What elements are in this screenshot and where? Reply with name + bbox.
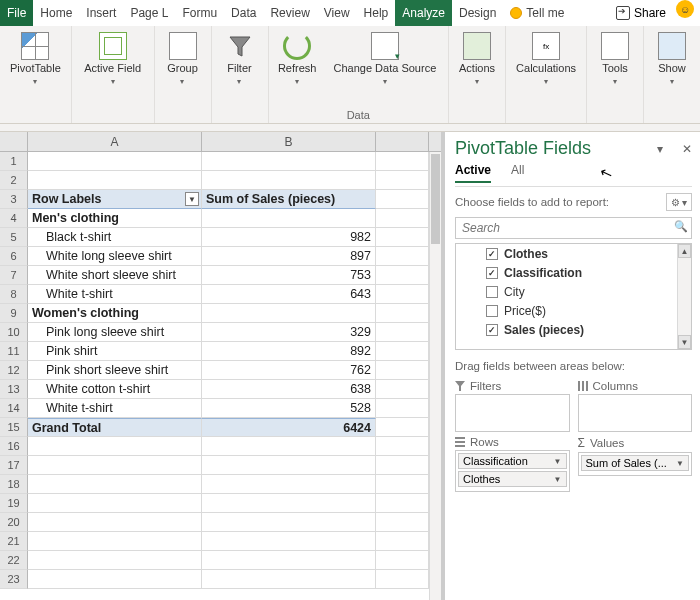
row-header[interactable]: 15	[0, 418, 28, 437]
cell[interactable]	[376, 380, 429, 399]
row-header[interactable]: 23	[0, 570, 28, 589]
table-row[interactable]: 6White long sleeve shirt897	[0, 247, 441, 266]
table-row[interactable]: 19	[0, 494, 441, 513]
cell[interactable]: Pink long sleeve shirt	[28, 323, 202, 342]
row-header[interactable]: 11	[0, 342, 28, 361]
cell[interactable]	[376, 494, 429, 513]
cell[interactable]	[376, 152, 429, 171]
row-header[interactable]: 19	[0, 494, 28, 513]
row-header[interactable]: 13	[0, 380, 28, 399]
row-header[interactable]: 3	[0, 190, 28, 209]
tab-view[interactable]: View	[317, 0, 357, 26]
table-row[interactable]: 8White t-shirt643	[0, 285, 441, 304]
cell[interactable]	[376, 456, 429, 475]
row-header[interactable]: 5	[0, 228, 28, 247]
row-header[interactable]: 2	[0, 171, 28, 190]
pane-tab-all[interactable]: All	[511, 163, 524, 183]
cell[interactable]: Women's clothing	[28, 304, 202, 323]
cell[interactable]	[202, 475, 376, 494]
feedback-smile-icon[interactable]: ☺	[676, 0, 694, 18]
pane-close-icon[interactable]: ✕	[682, 142, 692, 156]
table-row[interactable]: 12Pink short sleeve shirt762	[0, 361, 441, 380]
row-header[interactable]: 4	[0, 209, 28, 228]
table-row[interactable]: 17	[0, 456, 441, 475]
cell[interactable]: 528	[202, 399, 376, 418]
field-checkbox[interactable]: ✓	[486, 324, 498, 336]
cell[interactable]	[376, 418, 429, 437]
cell[interactable]: Black t-shirt	[28, 228, 202, 247]
cell[interactable]	[202, 437, 376, 456]
field-item[interactable]: City	[456, 282, 691, 301]
cell[interactable]	[376, 437, 429, 456]
column-header-b[interactable]: B	[202, 132, 376, 151]
table-row[interactable]: 23	[0, 570, 441, 589]
row-header[interactable]: 18	[0, 475, 28, 494]
cell[interactable]: 897	[202, 247, 376, 266]
active-field-button[interactable]: Active Field ▾	[78, 30, 148, 89]
cell[interactable]	[376, 570, 429, 589]
row-header[interactable]: 10	[0, 323, 28, 342]
cell[interactable]	[376, 551, 429, 570]
change-data-source-button[interactable]: Change Data Source ▾	[328, 30, 442, 89]
cell[interactable]	[202, 171, 376, 190]
cell[interactable]: 329	[202, 323, 376, 342]
cell[interactable]	[376, 247, 429, 266]
field-search-input[interactable]	[455, 217, 692, 239]
cell[interactable]	[376, 399, 429, 418]
table-row[interactable]: 7White short sleeve shirt753	[0, 266, 441, 285]
cell[interactable]	[376, 190, 429, 209]
cell[interactable]	[376, 304, 429, 323]
tab-file[interactable]: File	[0, 0, 33, 26]
field-checkbox[interactable]	[486, 305, 498, 317]
cell[interactable]	[28, 152, 202, 171]
row-header[interactable]: 22	[0, 551, 28, 570]
table-row[interactable]: 5Black t-shirt982	[0, 228, 441, 247]
cell[interactable]	[202, 456, 376, 475]
show-button[interactable]: Show▾	[650, 30, 694, 89]
cell[interactable]: Sum of Sales (pieces)	[202, 190, 376, 209]
cell[interactable]: 753	[202, 266, 376, 285]
tab-page-layout[interactable]: Page L	[123, 0, 175, 26]
field-item[interactable]: ✓Sales (pieces)	[456, 320, 691, 339]
scroll-down-icon[interactable]: ▼	[678, 335, 691, 349]
row-header[interactable]: 20	[0, 513, 28, 532]
table-row[interactable]: 9Women's clothing	[0, 304, 441, 323]
column-header-c[interactable]	[376, 132, 429, 151]
table-row[interactable]: 22	[0, 551, 441, 570]
field-list-scrollbar[interactable]: ▲ ▼	[677, 244, 691, 349]
cell[interactable]	[202, 304, 376, 323]
cell[interactable]	[202, 494, 376, 513]
cell[interactable]	[376, 475, 429, 494]
cell[interactable]: 982	[202, 228, 376, 247]
field-item[interactable]: ✓Classification	[456, 263, 691, 282]
cell[interactable]: Pink shirt	[28, 342, 202, 361]
tab-insert[interactable]: Insert	[79, 0, 123, 26]
row-header[interactable]: 8	[0, 285, 28, 304]
pivottable-button[interactable]: PivotTable▾	[6, 30, 65, 89]
vertical-scrollbar[interactable]	[429, 152, 441, 600]
calculations-button[interactable]: fx Calculations▾	[512, 30, 580, 89]
cell[interactable]: 892	[202, 342, 376, 361]
rows-area-box[interactable]: Classification▼ Clothes▼	[455, 450, 570, 492]
cell[interactable]: Pink short sleeve shirt	[28, 361, 202, 380]
tell-me-button[interactable]: Tell me	[503, 0, 571, 26]
cell[interactable]	[28, 171, 202, 190]
cell[interactable]	[28, 437, 202, 456]
cell[interactable]: 643	[202, 285, 376, 304]
table-row[interactable]: 13White cotton t-shirt638	[0, 380, 441, 399]
row-header[interactable]: 21	[0, 532, 28, 551]
cell[interactable]	[376, 342, 429, 361]
cell[interactable]	[376, 266, 429, 285]
tab-home[interactable]: Home	[33, 0, 79, 26]
cell[interactable]: White cotton t-shirt	[28, 380, 202, 399]
tab-help[interactable]: Help	[357, 0, 396, 26]
cell[interactable]	[28, 456, 202, 475]
rows-pill-classification[interactable]: Classification▼	[458, 453, 567, 469]
filter-button[interactable]: Filter▾	[218, 30, 262, 89]
values-pill-sum-of-sales[interactable]: Sum of Sales (...▼	[581, 455, 690, 471]
cell[interactable]	[202, 570, 376, 589]
cell[interactable]	[376, 513, 429, 532]
scrollbar-thumb[interactable]	[431, 154, 440, 244]
cell[interactable]: Row Labels▼	[28, 190, 202, 209]
cell[interactable]	[376, 323, 429, 342]
